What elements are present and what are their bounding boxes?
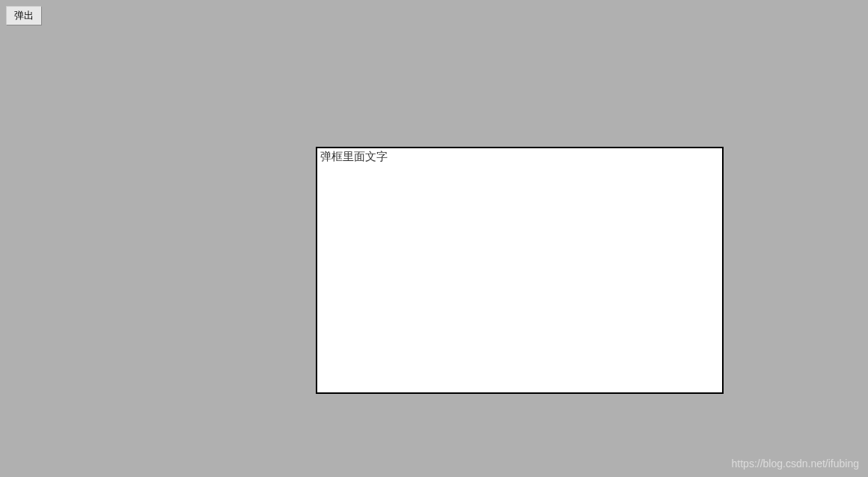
popup-button[interactable]: 弹出 <box>6 6 42 25</box>
dialog-box: 弹框里面文字 <box>316 147 724 394</box>
dialog-text: 弹框里面文字 <box>317 148 722 165</box>
watermark-text: https://blog.csdn.net/ifubing <box>732 458 859 470</box>
